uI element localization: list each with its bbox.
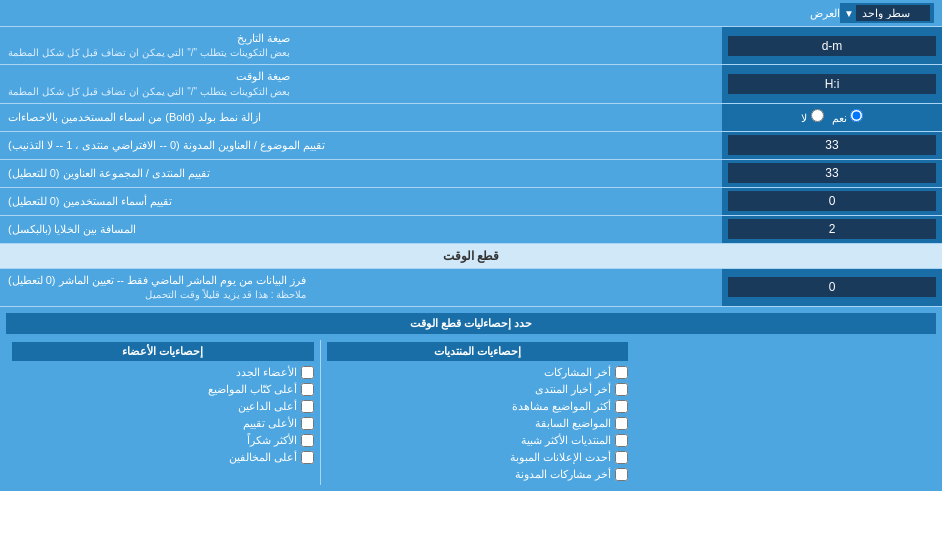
stat-item-forum-6: أخر مشاركات المدونة	[327, 466, 629, 483]
date-format-sublabel: بعض التكوينات يتطلب "/" التي يمكن ان تضا…	[8, 46, 290, 60]
stat-checkbox-member-3[interactable]	[301, 417, 314, 430]
spacing-input[interactable]: 2	[728, 219, 936, 239]
member-stats-header: إحصاءيات الأعضاء	[12, 342, 314, 361]
forum-stats-col: إحصاءيات المنتديات أخر المشاركات أخر أخب…	[320, 340, 635, 485]
stat-checkbox-forum-5[interactable]	[615, 451, 628, 464]
time-cut-label: فرز البيانات من يوم الماشر الماضي فقط --…	[0, 269, 722, 306]
spacing-row: 2 المسافة بين الخلايا (بالبكسل)	[0, 216, 942, 244]
stat-item-forum-2: أكثر المواضيع مشاهدة	[327, 398, 629, 415]
bold-radio-group: نعم لا	[801, 109, 862, 125]
time-cut-sublabel: ملاحظة : هذا قد يزيد قليلاً وقت التحميل	[8, 288, 306, 302]
bold-yes-label: نعم	[832, 109, 863, 125]
forum-stats-header: إحصاءيات المنتديات	[327, 342, 629, 361]
bold-remove-label: ازالة نمط بولد (Bold) من اسماء المستخدمي…	[0, 104, 722, 131]
stat-checkbox-member-2[interactable]	[301, 400, 314, 413]
time-cut-row: 0 فرز البيانات من يوم الماشر الماضي فقط …	[0, 269, 942, 307]
time-format-input[interactable]: H:i	[728, 74, 936, 94]
stat-label-forum-0: أخر المشاركات	[544, 366, 611, 379]
stat-checkbox-member-0[interactable]	[301, 366, 314, 379]
time-cut-title: قطع الوقت	[443, 249, 499, 263]
date-format-input-cell[interactable]: d-m	[722, 27, 942, 64]
time-format-label: صيغة الوقت بعض التكوينات يتطلب "/" التي …	[0, 65, 722, 102]
stat-item-member-3: الأعلى تقييم	[12, 415, 314, 432]
stat-label-member-2: أعلى الداعين	[238, 400, 297, 413]
date-format-label: صيغة التاريخ بعض التكوينات يتطلب "/" الت…	[0, 27, 722, 64]
forum-order-label: تقييم المنتدى / المجموعة العناوين (0 للت…	[0, 160, 722, 187]
topic-order-row: 33 تقييم الموضوع / العناوين المدونة (0 -…	[0, 132, 942, 160]
time-format-title: صيغة الوقت	[8, 69, 290, 84]
stat-label-member-0: الأعضاء الجدد	[236, 366, 297, 379]
stat-label-member-1: أعلى كتّاب المواضيع	[208, 383, 297, 396]
stat-item-forum-3: المواضيع السابقة	[327, 415, 629, 432]
forum-order-row: 33 تقييم المنتدى / المجموعة العناوين (0 …	[0, 160, 942, 188]
date-format-input[interactable]: d-m	[728, 36, 936, 56]
stat-item-forum-1: أخر أخبار المنتدى	[327, 381, 629, 398]
time-format-row: H:i صيغة الوقت بعض التكوينات يتطلب "/" ا…	[0, 65, 942, 103]
display-label: العرض	[8, 7, 840, 20]
time-format-sublabel: بعض التكوينات يتطلب "/" التي يمكن ان تضا…	[8, 85, 290, 99]
stat-checkbox-forum-4[interactable]	[615, 434, 628, 447]
forum-order-input[interactable]: 33	[728, 163, 936, 183]
dropdown-arrow-icon: ▼	[844, 8, 854, 19]
stat-label-member-5: أعلى المخالفين	[229, 451, 297, 464]
bold-no-radio[interactable]	[811, 109, 824, 122]
stat-label-forum-4: المنتديات الأكثر شبية	[521, 434, 611, 447]
date-format-row: d-m صيغة التاريخ بعض التكوينات يتطلب "/"…	[0, 27, 942, 65]
time-cut-section-header: قطع الوقت	[0, 244, 942, 269]
stat-item-member-1: أعلى كتّاب المواضيع	[12, 381, 314, 398]
display-select[interactable]: سطر واحد سطرين ثلاثة أسطر	[856, 5, 930, 21]
user-order-row: 0 تقييم أسماء المستخدمين (0 للتعطيل)	[0, 188, 942, 216]
stat-checkbox-forum-0[interactable]	[615, 366, 628, 379]
stat-item-forum-0: أخر المشاركات	[327, 364, 629, 381]
topic-order-input[interactable]: 33	[728, 135, 936, 155]
stat-label-forum-1: أخر أخبار المنتدى	[535, 383, 611, 396]
time-format-input-cell[interactable]: H:i	[722, 65, 942, 102]
stat-checkbox-forum-3[interactable]	[615, 417, 628, 430]
display-select-wrapper[interactable]: سطر واحد سطرين ثلاثة أسطر ▼	[840, 3, 934, 23]
stat-item-forum-5: أحدث الإعلانات المبوبة	[327, 449, 629, 466]
time-cut-input-cell[interactable]: 0	[722, 269, 942, 306]
date-format-title: صيغة التاريخ	[8, 31, 290, 46]
stat-label-forum-5: أحدث الإعلانات المبوبة	[510, 451, 611, 464]
forum-order-input-cell[interactable]: 33	[722, 160, 942, 187]
stat-label-forum-2: أكثر المواضيع مشاهدة	[512, 400, 611, 413]
member-stats-col: إحصاءيات الأعضاء الأعضاء الجدد أعلى كتّا…	[6, 340, 320, 485]
user-order-input-cell[interactable]: 0	[722, 188, 942, 215]
stat-label-member-4: الأكثر شكراً	[247, 434, 297, 447]
bold-remove-input-cell[interactable]: نعم لا	[722, 104, 942, 131]
page-wrapper: سطر واحد سطرين ثلاثة أسطر ▼ العرض d-m صي…	[0, 0, 942, 491]
bold-remove-row: نعم لا ازالة نمط بولد (Bold) من اسماء ال…	[0, 104, 942, 132]
stat-checkbox-forum-6[interactable]	[615, 468, 628, 481]
stat-label-forum-6: أخر مشاركات المدونة	[515, 468, 611, 481]
stat-label-member-3: الأعلى تقييم	[243, 417, 297, 430]
spacing-label: المسافة بين الخلايا (بالبكسل)	[0, 216, 722, 243]
stats-label-col	[634, 340, 936, 485]
time-cut-input[interactable]: 0	[728, 277, 936, 297]
stat-item-member-2: أعلى الداعين	[12, 398, 314, 415]
stats-title: حدد إحصاءليات قطع الوقت	[6, 313, 936, 334]
stat-item-forum-4: المنتديات الأكثر شبية	[327, 432, 629, 449]
header-row: سطر واحد سطرين ثلاثة أسطر ▼ العرض	[0, 0, 942, 27]
stat-item-member-0: الأعضاء الجدد	[12, 364, 314, 381]
stat-checkbox-forum-1[interactable]	[615, 383, 628, 396]
stat-label-forum-3: المواضيع السابقة	[535, 417, 611, 430]
stats-section: حدد إحصاءليات قطع الوقت إحصاءيات المنتدي…	[0, 307, 942, 491]
topic-order-input-cell[interactable]: 33	[722, 132, 942, 159]
bold-no-label: لا	[801, 109, 823, 125]
time-cut-main-label: فرز البيانات من يوم الماشر الماضي فقط --…	[8, 273, 306, 288]
checkbox-columns: إحصاءيات المنتديات أخر المشاركات أخر أخب…	[6, 340, 936, 485]
stat-checkbox-member-5[interactable]	[301, 451, 314, 464]
topic-order-label: تقييم الموضوع / العناوين المدونة (0 -- ا…	[0, 132, 722, 159]
stat-checkbox-member-4[interactable]	[301, 434, 314, 447]
stat-item-member-4: الأكثر شكراً	[12, 432, 314, 449]
stat-checkbox-member-1[interactable]	[301, 383, 314, 396]
stat-item-member-5: أعلى المخالفين	[12, 449, 314, 466]
bold-yes-radio[interactable]	[850, 109, 863, 122]
user-order-input[interactable]: 0	[728, 191, 936, 211]
user-order-label: تقييم أسماء المستخدمين (0 للتعطيل)	[0, 188, 722, 215]
stat-checkbox-forum-2[interactable]	[615, 400, 628, 413]
spacing-input-cell[interactable]: 2	[722, 216, 942, 243]
